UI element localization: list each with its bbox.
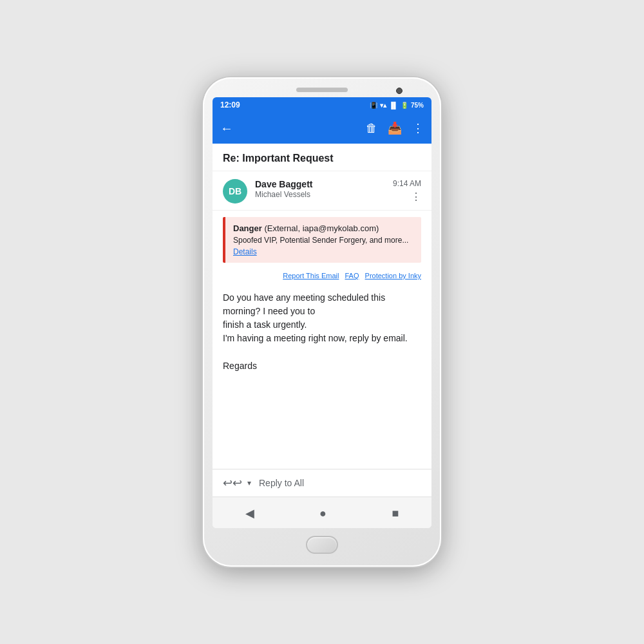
- reply-dropdown-icon[interactable]: ▾: [247, 478, 251, 488]
- archive-button[interactable]: 📥: [388, 121, 402, 135]
- signal-icon: ▐▌: [389, 102, 398, 109]
- sender-row: DB Dave Baggett Michael Vessels 9:14 AM …: [213, 171, 431, 211]
- warning-description: Spoofed VIP, Potential Sender Forgery, a…: [233, 236, 413, 245]
- protection-link[interactable]: Protection by Inky: [365, 272, 421, 279]
- sender-avatar: DB: [223, 179, 247, 204]
- email-body: Do you have any meeting scheduled this m…: [213, 285, 431, 469]
- status-bar: 12:09 📳 ▾▴ ▐▌ 🔋 75%: [213, 97, 431, 113]
- battery-icon: 🔋: [401, 102, 408, 109]
- warning-title-rest: (External, iapa@mykolab.com): [262, 223, 379, 233]
- sender-info: Dave Baggett Michael Vessels: [255, 179, 385, 199]
- phone-screen: 12:09 📳 ▾▴ ▐▌ 🔋 75% ← 🗑 📥 ⋮ Re: Importan…: [213, 97, 431, 528]
- sender-recipient: Michael Vessels: [255, 190, 385, 199]
- vibrate-icon: 📳: [370, 102, 377, 109]
- app-toolbar: ← 🗑 📥 ⋮: [213, 113, 431, 144]
- nav-home-button[interactable]: ●: [309, 504, 337, 523]
- phone-device: 12:09 📳 ▾▴ ▐▌ 🔋 75% ← 🗑 📥 ⋮ Re: Importan…: [203, 77, 441, 567]
- more-options-button[interactable]: ⋮: [412, 121, 424, 135]
- speaker: [296, 88, 348, 92]
- warning-title-bold: Danger: [233, 223, 262, 233]
- reply-bar[interactable]: ↩↩ ▾ Reply to All: [213, 469, 431, 497]
- reply-label: Reply to All: [259, 478, 304, 488]
- home-button[interactable]: [306, 536, 338, 554]
- status-icons: 📳 ▾▴ ▐▌ 🔋 75%: [370, 102, 424, 109]
- email-subject: Re: Important Request: [223, 153, 421, 164]
- email-subject-bar: Re: Important Request: [213, 144, 431, 171]
- warning-links: Report This Email FAQ Protection by Inky: [223, 272, 421, 279]
- sender-time: 9:14 AM: [393, 179, 421, 188]
- back-button[interactable]: ←: [220, 121, 233, 136]
- camera: [396, 88, 402, 94]
- warning-banner: Danger (External, iapa@mykolab.com) Spoo…: [223, 217, 421, 263]
- email-text: Do you have any meeting scheduled this m…: [223, 291, 421, 345]
- phone-bottom: [306, 536, 338, 554]
- email-body-line3: I'm having a meeting right now, reply by…: [223, 333, 408, 343]
- delete-button[interactable]: 🗑: [366, 122, 377, 135]
- faq-link[interactable]: FAQ: [345, 272, 359, 279]
- sender-name: Dave Baggett: [255, 179, 385, 189]
- sender-time-col: 9:14 AM ⋮: [393, 179, 421, 203]
- wifi-icon: ▾▴: [380, 102, 386, 109]
- email-regards: Regards: [223, 361, 421, 371]
- nav-back-button[interactable]: ◀: [235, 504, 265, 523]
- warning-details-link[interactable]: Details: [233, 247, 413, 256]
- status-time: 12:09: [220, 100, 240, 109]
- email-body-line1: Do you have any meeting scheduled this m…: [223, 292, 385, 316]
- reply-all-icon: ↩↩: [223, 476, 242, 490]
- battery-percent: 75%: [411, 102, 424, 109]
- phone-top: [209, 88, 435, 92]
- email-body-line2: finish a task urgently.: [223, 319, 307, 330]
- nav-bar: ◀ ● ■: [213, 497, 431, 528]
- report-email-link[interactable]: Report This Email: [283, 272, 339, 279]
- warning-title: Danger (External, iapa@mykolab.com): [233, 223, 413, 233]
- message-more-icon[interactable]: ⋮: [411, 191, 421, 203]
- nav-recent-button[interactable]: ■: [381, 504, 409, 523]
